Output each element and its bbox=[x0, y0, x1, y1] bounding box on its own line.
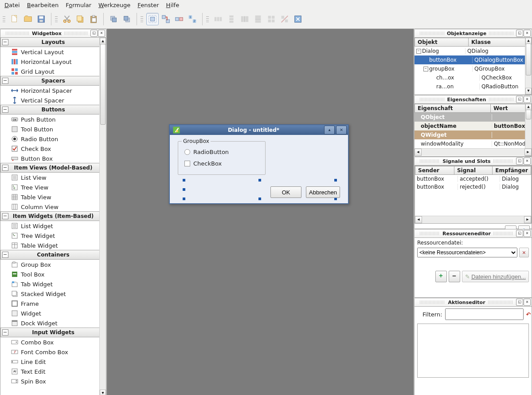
close-icon[interactable]: ✕ bbox=[98, 30, 105, 37]
widget-item[interactable]: Group Box bbox=[0, 260, 106, 269]
object-row[interactable]: ch…ox QCheckBox bbox=[415, 73, 532, 82]
category-item-views-model-based-[interactable]: Item Views (Model-Based) bbox=[0, 163, 106, 173]
property-group[interactable]: QObject bbox=[415, 113, 532, 122]
property-group[interactable]: QWidget bbox=[415, 130, 532, 139]
signal-row[interactable]: buttonBoxrejected()Dialog bbox=[415, 183, 531, 191]
widget-item[interactable]: OKPush Button bbox=[0, 115, 106, 124]
widget-item[interactable]: Check Box bbox=[0, 144, 106, 154]
new-form-icon[interactable] bbox=[8, 13, 21, 25]
group-box[interactable]: GroupBox RadioButton CheckBox bbox=[178, 141, 266, 175]
widget-item[interactable]: Stacked Widget bbox=[0, 289, 106, 299]
widget-item[interactable]: Frame bbox=[0, 299, 106, 308]
cut-icon[interactable] bbox=[61, 13, 73, 25]
float-icon[interactable]: ◱ bbox=[516, 96, 523, 103]
edit-signals-icon[interactable] bbox=[160, 13, 172, 25]
scrollbar[interactable]: ▲▼ bbox=[99, 38, 106, 395]
actions-header[interactable]: Aktionseditor ◱✕ bbox=[414, 298, 532, 307]
widget-item[interactable]: Column View bbox=[0, 202, 106, 212]
category-containers[interactable]: Containers bbox=[0, 250, 106, 260]
object-inspector-header[interactable]: Objektanzeige ◱✕ bbox=[414, 29, 532, 38]
open-icon[interactable] bbox=[22, 13, 34, 25]
filter-input[interactable] bbox=[445, 308, 524, 320]
float-icon[interactable]: ◱ bbox=[90, 30, 98, 37]
close-dialog-icon[interactable]: ✕ bbox=[336, 126, 347, 134]
menu-item-tools[interactable]: Werkzeuge bbox=[98, 2, 130, 8]
edit-tab-order-icon[interactable]: 12 bbox=[186, 13, 199, 25]
layout-h-icon[interactable] bbox=[212, 13, 224, 25]
widget-item[interactable]: List Widget bbox=[0, 221, 106, 231]
break-layout-icon[interactable] bbox=[278, 13, 291, 25]
widget-item[interactable]: Dock Widget bbox=[0, 318, 106, 328]
menu-item-window[interactable]: Fenster bbox=[137, 2, 159, 8]
dialog-window[interactable]: Dialog - untitled* ▴ ✕ GroupBox RadioBut… bbox=[169, 124, 349, 204]
object-row[interactable]: −groupBox QGroupBox bbox=[415, 64, 532, 73]
close-icon[interactable]: ✕ bbox=[524, 299, 531, 306]
float-icon[interactable]: ◱ bbox=[516, 30, 523, 37]
properties-header[interactable]: Eigenschaften ◱✕ bbox=[414, 95, 532, 104]
close-icon[interactable]: ✕ bbox=[524, 96, 531, 103]
widget-item[interactable]: Spin Box bbox=[0, 376, 106, 386]
layout-vsplit-icon[interactable] bbox=[252, 13, 264, 25]
widget-item[interactable]: Radio Button bbox=[0, 134, 106, 144]
property-row[interactable]: windowModalityQt::NonModal bbox=[415, 139, 532, 148]
remove-resource-icon[interactable]: ✕ bbox=[519, 248, 529, 257]
widget-item[interactable]: Horizontal Spacer bbox=[0, 86, 106, 95]
menu-item-edit[interactable]: Bearbeiten bbox=[27, 2, 59, 8]
float-icon[interactable]: ◱ bbox=[516, 230, 523, 237]
float-icon[interactable]: ◱ bbox=[516, 299, 523, 306]
float-icon[interactable]: ◱ bbox=[516, 158, 523, 165]
property-row[interactable]: objectNamebuttonBox bbox=[415, 122, 532, 130]
paste-icon[interactable] bbox=[87, 13, 100, 25]
widget-item[interactable]: Vertical Layout bbox=[0, 47, 106, 57]
scrollbar[interactable]: ▲▼ bbox=[525, 38, 532, 95]
add-resource-icon[interactable]: + bbox=[435, 271, 447, 282]
widget-item[interactable]: Tree Widget bbox=[0, 231, 106, 241]
column-property[interactable]: Eigenschaft bbox=[415, 104, 491, 113]
close-icon[interactable]: ✕ bbox=[524, 230, 531, 237]
send-back-icon[interactable] bbox=[107, 13, 120, 25]
edit-widgets-icon[interactable] bbox=[146, 13, 159, 25]
close-icon[interactable]: ✕ bbox=[524, 158, 531, 165]
add-files-button[interactable]: ✎ Dateien hinzufügen... bbox=[462, 271, 529, 282]
layout-hsplit-icon[interactable] bbox=[239, 13, 251, 25]
widget-item[interactable]: List View bbox=[0, 173, 106, 182]
widget-item[interactable]: Button Box bbox=[0, 154, 106, 163]
category-spacers[interactable]: Spacers bbox=[0, 76, 106, 86]
widget-item[interactable]: Table View bbox=[0, 192, 106, 202]
remove-prefix-icon[interactable]: − bbox=[449, 271, 460, 282]
widget-item[interactable]: Horizontal Layout bbox=[0, 57, 106, 67]
signals-header[interactable]: Signale und Slots ◱✕ bbox=[414, 157, 532, 166]
copy-icon[interactable] bbox=[74, 13, 86, 25]
bring-front-icon[interactable] bbox=[121, 13, 133, 25]
layout-grid-icon[interactable] bbox=[265, 13, 278, 25]
category-buttons[interactable]: Buttons bbox=[0, 105, 106, 115]
object-row[interactable]: buttonBox QDialogButtonBox bbox=[415, 55, 532, 64]
widget-item[interactable]: FFont Combo Box bbox=[0, 347, 106, 357]
category-item-widgets-item-based-[interactable]: Item Widgets (Item-Based) bbox=[0, 211, 106, 221]
widget-item[interactable]: Grid Layout bbox=[0, 67, 106, 76]
ok-button[interactable]: OK bbox=[270, 186, 301, 198]
widget-item[interactable]: Table Widget bbox=[0, 241, 106, 250]
resource-file-select[interactable]: <keine Ressourcendateien> bbox=[417, 248, 517, 257]
menu-item-file[interactable]: Datei bbox=[4, 2, 20, 8]
column-object[interactable]: Objekt bbox=[415, 38, 469, 47]
widget-item[interactable]: Line Edit bbox=[0, 357, 106, 367]
column-class[interactable]: Klasse bbox=[469, 38, 532, 47]
widgetbox-dock-header[interactable]: Widgetbox ◱ ✕ bbox=[0, 29, 106, 38]
widget-item[interactable]: AIText Edit bbox=[0, 367, 106, 376]
clear-filter-icon[interactable]: ↶ bbox=[526, 311, 531, 318]
shade-icon[interactable]: ▴ bbox=[324, 126, 335, 134]
category-layouts[interactable]: Layouts bbox=[0, 38, 106, 47]
edit-buddies-icon[interactable] bbox=[173, 13, 185, 25]
dialog-titlebar[interactable]: Dialog - untitled* ▴ ✕ bbox=[170, 125, 348, 135]
resources-header[interactable]: Ressourceneditor ◱✕ bbox=[414, 229, 532, 238]
widget-item[interactable]: Tool Button bbox=[0, 124, 106, 134]
save-icon[interactable] bbox=[35, 13, 47, 25]
object-row[interactable]: ra…on QRadioButton bbox=[415, 82, 532, 91]
check-box[interactable]: CheckBox bbox=[184, 158, 259, 169]
widget-item[interactable]: Vertical Spacer bbox=[0, 95, 106, 105]
menu-item-help[interactable]: Hilfe bbox=[166, 2, 180, 8]
layout-v-icon[interactable] bbox=[225, 13, 238, 25]
widget-item[interactable]: Widget bbox=[0, 308, 106, 318]
radio-button[interactable]: RadioButton bbox=[184, 146, 259, 158]
